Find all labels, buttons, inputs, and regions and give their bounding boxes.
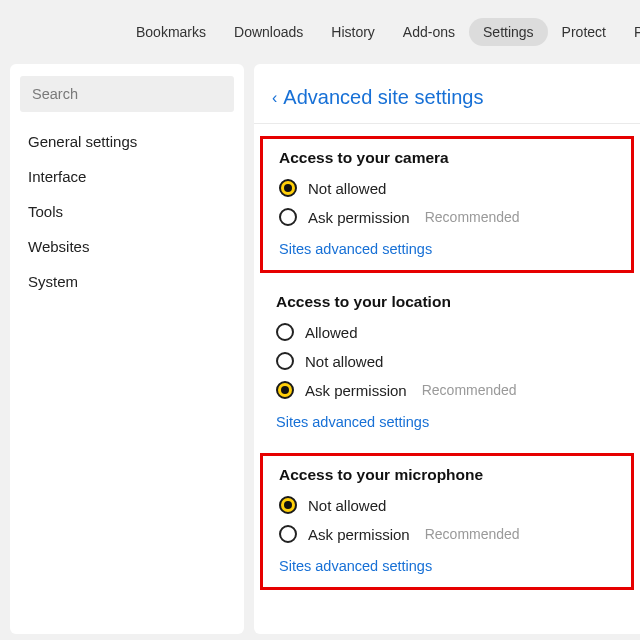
- main-panel: ‹ Advanced site settings Access to your …: [254, 64, 640, 634]
- camera-advanced-link[interactable]: Sites advanced settings: [279, 241, 432, 257]
- recommended-hint: Recommended: [425, 526, 520, 542]
- tab-bookmarks[interactable]: Bookmarks: [122, 18, 220, 46]
- radio-icon: [276, 352, 294, 370]
- radio-icon: [279, 525, 297, 543]
- radio-icon: [279, 208, 297, 226]
- section-camera-title: Access to your camera: [279, 149, 615, 167]
- section-camera: Access to your camera Not allowed Ask pe…: [260, 136, 634, 273]
- section-microphone-title: Access to your microphone: [279, 466, 615, 484]
- radio-icon: [276, 323, 294, 341]
- camera-opt-not-allowed[interactable]: Not allowed: [279, 179, 615, 197]
- option-label: Ask permission: [305, 382, 407, 399]
- recommended-hint: Recommended: [425, 209, 520, 225]
- tab-protect[interactable]: Protect: [548, 18, 620, 46]
- section-microphone: Access to your microphone Not allowed As…: [260, 453, 634, 590]
- page-title[interactable]: Advanced site settings: [283, 86, 483, 109]
- sidebar-item-websites[interactable]: Websites: [20, 229, 234, 264]
- mic-opt-ask[interactable]: Ask permission Recommended: [279, 525, 615, 543]
- option-label: Not allowed: [305, 353, 383, 370]
- tab-addons[interactable]: Add-ons: [389, 18, 469, 46]
- sidebar-item-tools[interactable]: Tools: [20, 194, 234, 229]
- radio-icon: [279, 179, 297, 197]
- tab-passwords[interactable]: Passwords: [620, 18, 640, 46]
- back-icon[interactable]: ‹: [272, 89, 277, 107]
- mic-opt-not-allowed[interactable]: Not allowed: [279, 496, 615, 514]
- tab-downloads[interactable]: Downloads: [220, 18, 317, 46]
- radio-icon: [276, 381, 294, 399]
- radio-icon: [279, 496, 297, 514]
- option-label: Ask permission: [308, 526, 410, 543]
- option-label: Not allowed: [308, 497, 386, 514]
- top-tabs: Bookmarks Downloads History Add-ons Sett…: [0, 0, 640, 64]
- option-label: Allowed: [305, 324, 358, 341]
- section-location: Access to your location Allowed Not allo…: [260, 283, 634, 443]
- page-header: ‹ Advanced site settings: [254, 80, 640, 124]
- location-advanced-link[interactable]: Sites advanced settings: [276, 414, 429, 430]
- location-opt-allowed[interactable]: Allowed: [276, 323, 618, 341]
- section-location-title: Access to your location: [276, 293, 618, 311]
- location-opt-ask[interactable]: Ask permission Recommended: [276, 381, 618, 399]
- option-label: Ask permission: [308, 209, 410, 226]
- sidebar-item-interface[interactable]: Interface: [20, 159, 234, 194]
- search-input[interactable]: [20, 76, 234, 112]
- tab-history[interactable]: History: [317, 18, 389, 46]
- option-label: Not allowed: [308, 180, 386, 197]
- recommended-hint: Recommended: [422, 382, 517, 398]
- sidebar-item-general[interactable]: General settings: [20, 124, 234, 159]
- camera-opt-ask[interactable]: Ask permission Recommended: [279, 208, 615, 226]
- sidebar-item-system[interactable]: System: [20, 264, 234, 299]
- mic-advanced-link[interactable]: Sites advanced settings: [279, 558, 432, 574]
- sidebar: General settings Interface Tools Website…: [10, 64, 244, 634]
- tab-settings[interactable]: Settings: [469, 18, 548, 46]
- location-opt-not-allowed[interactable]: Not allowed: [276, 352, 618, 370]
